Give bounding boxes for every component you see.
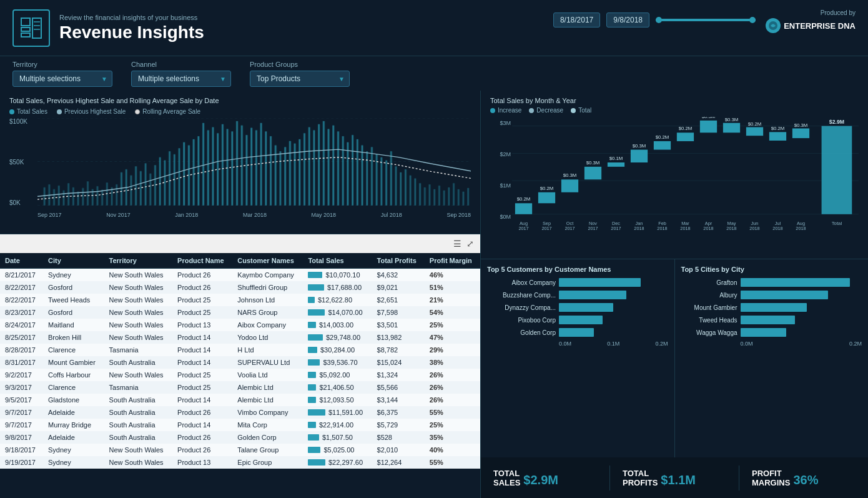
cell-product: Product 25 [172,294,232,306]
svg-rect-112 [608,162,624,167]
legend-rolling-avg: Rolling Average Sale [135,108,200,115]
svg-rect-58 [270,136,272,206]
filter-icon-btn[interactable]: ☰ [453,239,461,249]
table-scroll[interactable]: Date City Territory Product Name Custome… [0,253,480,469]
product-groups-select[interactable]: Top Products [250,71,350,87]
cell-sales: $29,748.00 [303,331,372,344]
wf-y-3m: $3M [500,120,511,126]
customer-bar-fill [559,316,603,324]
svg-rect-118 [677,132,694,141]
cell-margin: 55% [425,406,480,419]
svg-rect-22 [96,186,98,206]
cell-date: 8/25/2017 [0,331,43,344]
customer-bar-fill [559,303,613,312]
customer-bar-label: Dynazzy Compa... [487,304,556,311]
cell-product: Product 14 [172,419,232,431]
brand-label: ENTERPRISE DNA [784,21,856,31]
cell-date: 8/21/2017 [0,269,43,282]
svg-rect-86 [405,169,407,206]
cell-profits: $2,010 [372,444,425,456]
cell-customer: Johnson Ltd [232,294,303,306]
date-end-badge[interactable]: 9/8/2018 [606,12,649,27]
kpi-margins-label2: MARGINS [752,478,790,487]
svg-rect-45 [207,130,209,205]
cell-sales: $1,507.50 [303,431,372,444]
cell-city: Clarence [43,381,104,394]
x-label-jul18: Jul 2018 [381,212,402,218]
svg-rect-92 [433,189,435,206]
cell-customer: NARS Group [232,306,303,319]
customer-bar-track [559,303,668,312]
svg-rect-18 [77,192,79,206]
svg-rect-51 [236,121,238,206]
cell-city: Adelaide [43,431,104,444]
cell-city: Tweed Heads [43,294,104,306]
cell-product: Product 14 [172,344,232,356]
cell-territory: South Australia [104,394,172,406]
svg-rect-26 [116,184,117,206]
cell-profits: $7,598 [372,306,425,319]
cell-product: Product 14 [172,394,232,406]
cell-margin: 35% [425,431,480,444]
svg-rect-43 [197,136,199,206]
cell-territory: New South Wales [104,444,172,456]
table-row: 9/7/2017 Murray Bridge South Australia P… [0,419,480,431]
waterfall-area: Total Sales by Month & Year Increase Dec… [481,91,868,259]
svg-rect-90 [424,187,426,206]
cell-sales: $21,406.50 [303,381,372,394]
city-bar-fill [741,303,807,312]
table-row: 9/7/2017 Adelaide South Australia Produc… [0,406,480,419]
svg-rect-33 [149,174,151,206]
data-table-area: ☰ ⤢ Date City Territory Product Name Cus… [0,234,480,498]
waterfall-chart: $3M $2M $1M $0M $0.2M [490,117,859,232]
cell-date: 8/22/2017 [0,281,43,294]
date-range-slider[interactable] [656,19,756,21]
cities-panel-title: Top 5 Cities by City [681,266,862,273]
svg-rect-72 [337,131,339,206]
cell-product: Product 26 [172,444,232,456]
expand-icon-btn[interactable]: ⤢ [466,239,474,249]
cities-bars: Grafton Albury Mount Gambier Tweed Heads… [681,278,862,337]
table-row: 9/2/2017 Coffs Harbour New South Wales P… [0,369,480,381]
svg-rect-108 [561,179,578,192]
line-chart-area: Total Sales, Previous Highest Sale and R… [0,91,480,234]
svg-rect-114 [631,150,648,162]
channel-select[interactable]: Multiple selections [131,71,231,87]
line-chart: $100K $50K $0K [9,118,471,218]
city-bar-label: Wagga Wagga [681,329,737,336]
customer-bar-row: Aibox Company [487,278,668,287]
territory-label: Territory [12,61,112,68]
svg-rect-34 [154,165,156,206]
svg-rect-62 [289,141,291,206]
cell-product: Product 26 [172,269,232,282]
svg-rect-55 [255,130,257,205]
cell-product: Product 13 [172,456,232,469]
svg-text:$0.2M: $0.2M [540,186,554,191]
cell-margin: 29% [425,344,480,356]
svg-text:2018: 2018 [703,226,713,231]
svg-rect-56 [260,123,262,206]
date-start-badge[interactable]: 8/18/2017 [553,12,600,27]
svg-text:$0.2M: $0.2M [517,196,531,202]
kpi-row: TOTAL SALES $2.9M TOTAL PROFITS $1.1M [481,457,868,498]
cities-x-0: 0.0M [741,341,753,347]
cell-customer: Yodoo Ltd [232,331,303,344]
cell-city: Murray Bridge [43,419,104,431]
table-body: 8/21/2017 Sydney New South Wales Product… [0,269,480,469]
kpi-divider-1 [609,466,610,491]
kpi-profits: TOTAL PROFITS $1.1M [623,469,726,487]
brand-icon [766,18,781,33]
svg-rect-49 [227,129,229,205]
cell-product: Product 26 [172,431,232,444]
city-bar-label: Grafton [681,279,737,286]
territory-select[interactable]: Multiple selections [12,71,112,87]
cell-territory: New South Wales [104,269,172,282]
svg-rect-96 [453,183,455,206]
svg-rect-54 [250,127,252,205]
svg-rect-95 [448,187,450,206]
kpi-profits-label2: PROFITS [623,478,658,487]
cell-margin: 46% [425,269,480,282]
table-header-row: Date City Territory Product Name Custome… [0,253,480,269]
svg-rect-23 [101,190,103,206]
wf-y-1m: $1M [500,182,511,189]
